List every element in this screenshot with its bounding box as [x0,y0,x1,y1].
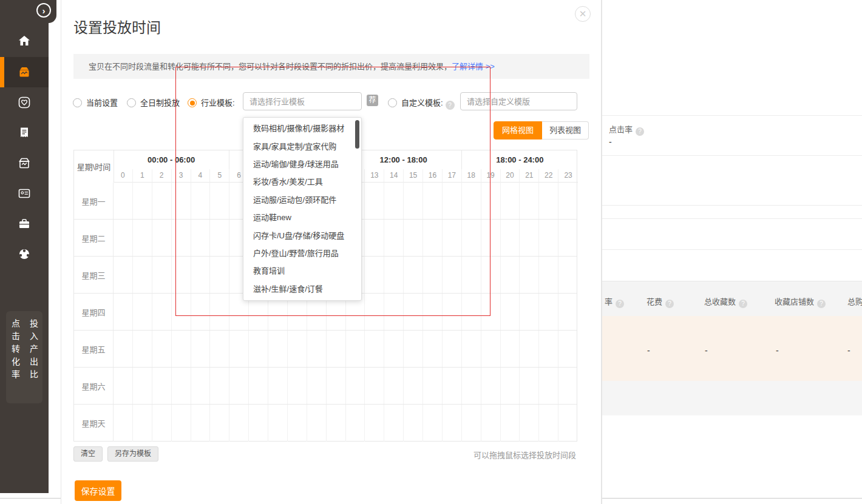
time-slot[interactable] [501,183,520,219]
time-slot[interactable] [539,331,558,367]
time-slot[interactable] [210,368,229,404]
time-slot[interactable] [481,220,501,256]
time-slot[interactable] [558,368,578,404]
time-slot[interactable] [114,331,133,367]
time-slot[interactable] [404,257,423,293]
time-slot[interactable] [152,368,172,404]
time-slot[interactable] [365,368,384,404]
time-slot[interactable] [172,220,191,256]
time-slot[interactable] [443,183,462,219]
time-slot[interactable] [327,368,346,404]
time-slot[interactable] [423,183,443,219]
time-slot[interactable] [346,368,365,404]
close-icon[interactable]: ✕ [575,6,591,22]
radio-icon[interactable] [73,98,82,107]
time-slot[interactable] [443,405,462,442]
time-slot[interactable] [462,368,481,404]
time-slot[interactable] [268,405,288,442]
time-slot[interactable] [443,294,462,330]
time-slot[interactable] [133,220,152,256]
time-slot[interactable] [191,183,211,219]
time-slot[interactable] [501,294,520,330]
time-slot[interactable] [288,331,307,367]
time-slot[interactable] [152,257,172,293]
time-slot[interactable] [191,368,211,404]
sidebar-item-tools[interactable] [0,209,49,239]
time-slot[interactable] [558,405,578,442]
time-slot[interactable] [365,183,384,219]
time-slot[interactable] [133,183,152,219]
time-slot[interactable] [268,331,288,367]
time-slot[interactable] [423,405,443,442]
time-slot[interactable] [501,257,520,293]
time-slot[interactable] [404,331,423,367]
time-slot[interactable] [481,331,501,367]
list-view-button[interactable]: 列表视图 [542,121,589,139]
time-slot[interactable] [229,331,249,367]
metrics-floating-box[interactable]: 点击转化率 投入产出比 [6,311,42,403]
radio-industry-template[interactable]: 行业模板: [188,96,235,108]
time-slot[interactable] [210,220,229,256]
time-slot[interactable] [384,331,404,367]
learn-more-link[interactable]: 了解详情 >> [452,62,495,71]
time-slot[interactable] [443,220,462,256]
custom-template-input[interactable] [460,92,577,110]
time-slot[interactable] [152,294,172,330]
time-slot[interactable] [384,183,404,219]
time-slot[interactable] [114,183,133,219]
time-slot[interactable] [404,220,423,256]
time-slot[interactable] [423,331,443,367]
time-slot[interactable] [404,368,423,404]
time-slot[interactable] [172,294,191,330]
time-slot[interactable] [423,294,443,330]
time-slot[interactable] [210,257,229,293]
time-slot[interactable] [191,257,211,293]
time-slot[interactable] [384,368,404,404]
time-slot[interactable] [327,405,346,442]
time-slot[interactable] [520,331,539,367]
time-slot[interactable] [152,220,172,256]
time-slot[interactable] [172,183,191,219]
sidebar-item-member[interactable] [0,239,49,269]
time-slot[interactable] [404,405,423,442]
time-slot[interactable] [114,220,133,256]
time-slot[interactable] [210,294,229,330]
expand-sidebar-icon[interactable]: › [36,3,51,18]
time-slot[interactable] [443,331,462,367]
sidebar-item-shop-active[interactable] [0,57,49,87]
time-slot[interactable] [133,368,152,404]
time-slot[interactable] [462,183,481,219]
time-slot[interactable] [481,368,501,404]
time-slot[interactable] [288,368,307,404]
time-slot[interactable] [152,331,172,367]
time-slot[interactable] [229,368,249,404]
time-slot[interactable] [210,183,229,219]
time-slot[interactable] [172,368,191,404]
time-slot[interactable] [249,331,268,367]
save-settings-button[interactable]: 保存设置 [75,480,121,501]
time-slot[interactable] [481,183,501,219]
time-slot[interactable] [558,183,578,219]
time-slot[interactable] [114,405,133,442]
time-slot[interactable] [539,294,558,330]
radio-current-settings[interactable]: 当前设置 [73,96,118,108]
time-slot[interactable] [307,331,327,367]
time-slot[interactable] [520,368,539,404]
time-slot[interactable] [191,331,211,367]
time-slot[interactable] [288,405,307,442]
time-slot[interactable] [365,257,384,293]
time-slot[interactable] [307,368,327,404]
time-slot[interactable] [558,331,578,367]
industry-template-input[interactable] [243,92,362,110]
time-slot[interactable] [133,257,152,293]
time-slot[interactable] [462,331,481,367]
time-slot[interactable] [133,294,152,330]
time-slot[interactable] [481,257,501,293]
time-slot[interactable] [152,183,172,219]
dropdown-option[interactable]: 闪存卡/U盘/存储/移动硬盘 [243,226,361,243]
time-slot[interactable] [365,405,384,442]
radio-icon[interactable] [127,98,136,107]
time-slot[interactable] [307,405,327,442]
time-slot[interactable] [210,405,229,442]
time-slot[interactable] [172,257,191,293]
